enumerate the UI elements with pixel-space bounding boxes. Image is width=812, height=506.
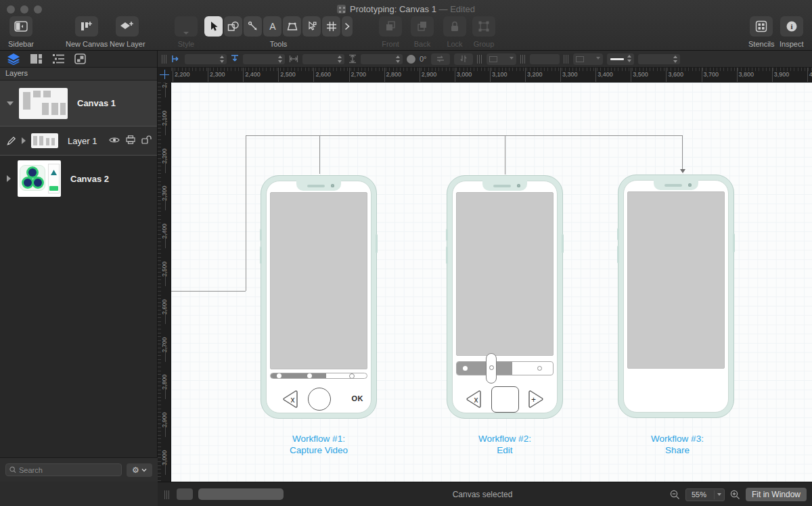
fit-in-window-button[interactable]: Fit in Window	[746, 488, 807, 501]
back-button[interactable]: x	[462, 388, 485, 411]
svg-text:A: A	[269, 21, 276, 32]
video-placeholder[interactable]	[270, 192, 367, 369]
connector-horizontal-top[interactable]	[246, 135, 683, 136]
flip-horizontal-button[interactable]	[431, 53, 450, 65]
search-icon	[9, 466, 16, 474]
shape-tool-button[interactable]	[224, 16, 242, 37]
flip-vertical-button[interactable]	[454, 53, 473, 65]
canvas-viewport[interactable]: x OK Workflow #1: Capture Video	[171, 83, 812, 482]
stroke-width-swatch[interactable]	[607, 53, 634, 65]
disclosure-triangle-canvas1[interactable]	[7, 101, 14, 106]
progress-marker[interactable]	[349, 373, 355, 379]
fill-style-dropdown[interactable]	[487, 53, 516, 65]
layer-visibility-eye-icon[interactable]	[109, 135, 120, 147]
connector-vertical-left[interactable]	[246, 135, 246, 291]
drag-grip[interactable]	[477, 55, 482, 64]
new-canvas-icon	[75, 16, 98, 37]
disclosure-triangle-layer1[interactable]	[22, 137, 26, 144]
zoom-in-icon[interactable]	[730, 490, 740, 500]
h-scroll-button[interactable]	[177, 488, 193, 500]
text-tool-button[interactable]: A	[263, 16, 281, 37]
rulers-guides-tool-button[interactable]	[322, 16, 340, 37]
chevron-down-icon	[141, 468, 147, 472]
stencils-button[interactable]: Stencils	[748, 16, 775, 48]
h-ruler-label: 3,800	[739, 71, 754, 78]
ok-button[interactable]: OK	[352, 394, 364, 402]
h-ruler-label: 3,200	[527, 71, 543, 78]
connector-horizontal-offcanvas[interactable]	[171, 291, 246, 292]
h-ruler-label: 3,300	[562, 71, 578, 78]
bring-front-button[interactable]: Front	[379, 16, 402, 48]
camera-dot	[517, 184, 520, 187]
x-position-field[interactable]	[185, 54, 227, 64]
progress-marker[interactable]	[307, 373, 312, 378]
phone-mockup-workflow2[interactable]: x +	[447, 175, 563, 419]
new-layer-button[interactable]: New Layer	[110, 16, 145, 48]
search-field[interactable]	[5, 463, 122, 476]
zoom-out-icon[interactable]	[670, 490, 680, 500]
selection-tool-button[interactable]	[204, 16, 223, 37]
line-tool-button[interactable]	[244, 16, 262, 37]
point-editing-tool-button[interactable]	[302, 16, 321, 37]
v-ruler-label: 2,600	[161, 305, 168, 315]
send-back-button[interactable]: Back	[411, 16, 434, 48]
stroke-thickness-field[interactable]	[638, 54, 680, 64]
rotation-knob[interactable]	[407, 55, 415, 64]
connector-drop-workflow2[interactable]	[505, 135, 505, 175]
stop-frame-button[interactable]	[491, 386, 519, 413]
timeline-bar[interactable]	[456, 361, 554, 375]
stroke-style-dropdown[interactable]	[573, 53, 603, 65]
tab-outline[interactable]	[52, 53, 65, 64]
scrubber-handle[interactable]	[486, 353, 497, 384]
layer-unlock-icon[interactable]	[141, 135, 152, 147]
zoom-level-dropdown[interactable]: 55%	[685, 488, 725, 501]
tab-layers[interactable]	[7, 53, 20, 65]
connector-drop-workflow1[interactable]	[319, 135, 320, 174]
canvas-2-thumbnail	[18, 160, 61, 197]
canvas-1-row[interactable]: Canvas 1	[0, 80, 157, 126]
style-button[interactable]: Style	[175, 16, 198, 48]
connector-drop-workflow3[interactable]	[682, 135, 683, 169]
width-field[interactable]	[302, 54, 344, 64]
y-position-field[interactable]	[243, 54, 285, 64]
drag-grip[interactable]	[564, 55, 569, 64]
canvas-2-row[interactable]: Canvas 2	[0, 156, 157, 202]
h-ruler-label: 2,500	[280, 71, 296, 78]
disclosure-triangle-canvas2[interactable]	[7, 175, 11, 182]
h-ruler-label: 2,900	[422, 71, 437, 78]
new-canvas-button[interactable]: New Canvas	[66, 16, 108, 48]
timeline-marker[interactable]	[463, 366, 468, 371]
layer-1-row[interactable]: Layer 1	[0, 126, 157, 156]
video-placeholder[interactable]	[456, 192, 554, 356]
drag-grip[interactable]	[520, 55, 526, 64]
height-field[interactable]	[361, 54, 403, 64]
layer-options-gear-button[interactable]: ⚙	[127, 463, 152, 477]
status-bar: Canvas selected 55% Fit in Window	[158, 482, 812, 506]
phone-mockup-workflow1[interactable]: x OK	[261, 175, 377, 419]
group-button[interactable]: Group	[472, 16, 495, 48]
sidebar-toggle-button[interactable]: Sidebar	[8, 16, 34, 48]
tab-selection[interactable]	[74, 53, 86, 64]
progress-marker[interactable]	[277, 373, 281, 378]
search-input[interactable]	[19, 466, 118, 474]
h-scrollbar-thumb[interactable]	[198, 488, 284, 500]
svg-text:+: +	[531, 395, 536, 405]
video-progress-bar[interactable]	[270, 373, 367, 379]
phone-mockup-workflow3[interactable]	[618, 175, 734, 418]
inspect-button[interactable]: i Inspect	[780, 16, 803, 48]
lock-button[interactable]: Lock	[443, 16, 466, 48]
shadow-style-field[interactable]	[530, 54, 560, 64]
tab-canvases[interactable]	[30, 53, 43, 64]
drag-grip[interactable]	[164, 490, 170, 499]
more-tools-chevron-button[interactable]	[342, 16, 353, 37]
record-button[interactable]	[308, 388, 331, 411]
timeline-marker[interactable]	[537, 366, 542, 371]
layer-print-icon[interactable]	[126, 135, 135, 147]
inspect-icon: i	[780, 16, 803, 37]
draw-shape-tool-button[interactable]	[283, 16, 301, 37]
forward-button[interactable]: +	[524, 388, 547, 411]
phone-side-button	[446, 229, 448, 241]
back-button[interactable]: x	[279, 388, 302, 411]
drag-grip[interactable]	[162, 55, 167, 64]
share-placeholder[interactable]	[627, 191, 725, 369]
